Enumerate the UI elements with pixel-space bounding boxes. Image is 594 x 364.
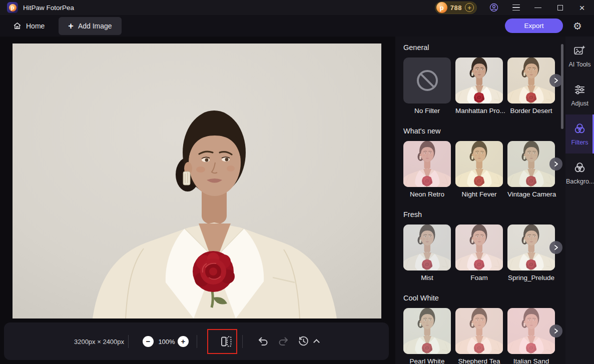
filters-panel: GeneralNo FilterManhattan Pro...Border D… (395, 36, 565, 364)
filter-name: Pearl White (403, 358, 451, 364)
filter-row: Neon RetroNight FeverVintage Camera (403, 141, 555, 200)
filter-preview-image (455, 308, 503, 354)
filter-item[interactable]: Pearl White (403, 308, 451, 364)
undo-button[interactable] (256, 334, 271, 349)
filter-thumbnail[interactable] (507, 141, 555, 187)
filter-item[interactable]: Neon Retro (403, 141, 451, 200)
scroll-right-button[interactable] (549, 241, 562, 254)
close-icon[interactable]: × (577, 2, 587, 12)
app-logo-icon: p (7, 2, 18, 13)
filter-thumbnail[interactable] (507, 224, 555, 270)
chevron-right-icon (553, 161, 559, 167)
filter-preview-image (507, 224, 555, 270)
no-filter-tile[interactable] (403, 58, 451, 104)
filter-name: Border Desert (507, 107, 555, 116)
filter-row: No FilterManhattan Pro...Border Desert (403, 58, 555, 116)
history-expand-button[interactable] (312, 337, 321, 346)
coin-count: 788 (450, 4, 462, 12)
filter-item[interactable]: Shepherd Tea (455, 308, 503, 364)
section-title: General (403, 44, 565, 54)
filter-item[interactable]: No Filter (403, 58, 451, 116)
divider (242, 335, 243, 348)
tool-rail-item-filters[interactable]: Filters (565, 114, 594, 154)
filter-row: MistFoamSpring_Prelude (403, 224, 555, 283)
filter-preview-image (455, 224, 503, 270)
filter-item[interactable]: Spring_Prelude (507, 224, 555, 283)
account-icon[interactable] (489, 2, 499, 12)
filter-name: Spring_Prelude (507, 274, 555, 283)
redo-button[interactable] (276, 334, 291, 349)
adjust-icon (573, 83, 586, 96)
workspace: 3200px × 2400px − 100% + (0, 36, 594, 364)
filter-name: No Filter (403, 107, 451, 116)
filter-thumbnail[interactable] (507, 58, 555, 104)
filter-item[interactable]: Foam (455, 224, 503, 283)
tool-rail-item-backgro[interactable]: Backgro... (565, 154, 594, 192)
maximize-icon[interactable] (555, 2, 565, 12)
section-title: Cool White (403, 294, 565, 304)
filter-thumbnail[interactable] (455, 141, 503, 187)
app-title: HitPaw FotorPea (23, 4, 74, 12)
filter-preview-image (403, 141, 451, 187)
home-icon (13, 22, 22, 30)
chevron-right-icon (553, 78, 559, 84)
filter-row: Pearl WhiteShepherd TeaItalian Sand (403, 308, 555, 364)
home-button[interactable]: Home (13, 22, 45, 30)
scroll-right-button[interactable] (549, 324, 562, 338)
canvas-image (13, 44, 381, 318)
tool-rail-item-ai-tools[interactable]: AI Tools (565, 36, 594, 76)
filter-name: Mist (403, 274, 451, 283)
coins-badge[interactable]: p 788 + (435, 2, 477, 14)
redo-icon (277, 336, 289, 348)
filter-thumbnail[interactable] (403, 308, 451, 354)
tool-rail-label: AI Tools (568, 61, 590, 68)
filter-preview-image (403, 308, 451, 354)
zoom-level: 100% (155, 338, 179, 345)
navbar: Home + Add Image Export ⚙ (0, 15, 594, 36)
panel-scrollbar[interactable] (561, 44, 563, 129)
filter-thumbnail[interactable] (403, 141, 451, 187)
filter-thumbnail[interactable] (455, 58, 503, 104)
filter-name: Neon Retro (403, 190, 451, 200)
compare-icon (220, 335, 233, 348)
filter-item[interactable]: Vintage Camera (507, 141, 555, 200)
compare-button[interactable] (216, 332, 236, 352)
home-label: Home (26, 22, 45, 30)
filter-name: Italian Sand (507, 358, 555, 364)
history-icon (297, 335, 310, 348)
filter-sections: GeneralNo FilterManhattan Pro...Border D… (403, 44, 565, 364)
filter-thumbnail[interactable] (403, 224, 451, 270)
history-button[interactable] (296, 334, 311, 349)
gear-icon[interactable]: ⚙ (573, 21, 582, 31)
filter-name: Manhattan Pro... (455, 107, 503, 116)
export-button[interactable]: Export (505, 18, 563, 33)
tool-rail-item-adjust[interactable]: Adjust (565, 76, 594, 114)
section-title: What's new (403, 127, 565, 137)
chevron-right-icon (553, 328, 559, 334)
ai-tools-icon (573, 44, 586, 58)
scroll-right-button[interactable] (549, 158, 562, 170)
filter-thumbnail[interactable] (455, 224, 503, 270)
filter-preview-image (507, 308, 555, 354)
filter-item[interactable]: Mist (403, 224, 451, 283)
filter-name: Vintage Camera (507, 190, 555, 200)
filter-thumbnail[interactable] (507, 308, 555, 354)
filter-item[interactable]: Manhattan Pro... (455, 58, 503, 116)
canvas-area: 3200px × 2400px − 100% + (0, 36, 395, 364)
minimize-icon[interactable] (533, 2, 543, 12)
filter-section: Cool WhitePearl WhiteShepherd TeaItalian… (403, 294, 565, 364)
filter-item[interactable]: Border Desert (507, 58, 555, 116)
add-coins-icon[interactable]: + (465, 3, 474, 12)
add-image-tab[interactable]: + Add Image (59, 17, 121, 35)
filter-section: GeneralNo FilterManhattan Pro...Border D… (403, 44, 565, 116)
filter-preview-image (455, 58, 503, 104)
filter-thumbnail[interactable] (455, 308, 503, 354)
filter-item[interactable]: Night Fever (455, 141, 503, 200)
titlebar: p HitPaw FotorPea p 788 + × (0, 0, 594, 15)
filter-item[interactable]: Italian Sand (507, 308, 555, 364)
zoom-out-button[interactable]: − (143, 336, 154, 347)
zoom-in-button[interactable]: + (178, 336, 189, 347)
filter-preview-image (403, 224, 451, 270)
menu-icon[interactable] (511, 2, 521, 12)
filter-name: Foam (455, 274, 503, 283)
